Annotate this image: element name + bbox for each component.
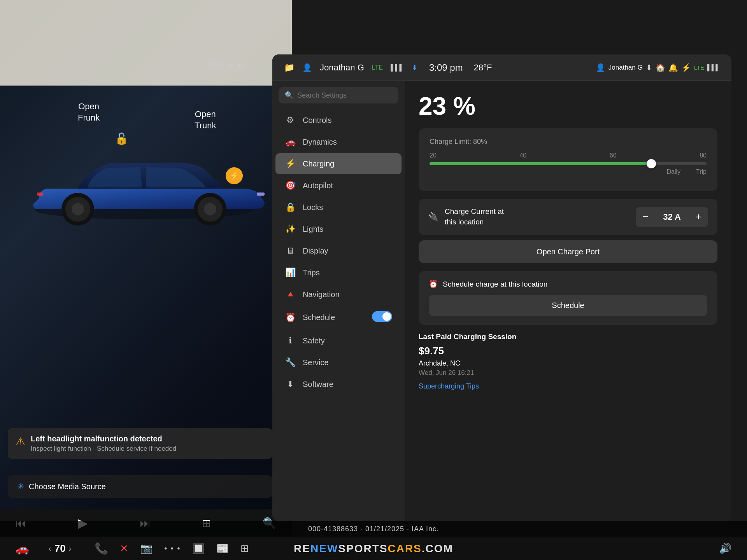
phone-status-bar: 23 % ✳ ▮ [206,60,241,70]
search-input[interactable] [297,91,392,100]
charge-limit-label: Charge Limit: 80% [430,138,707,146]
sidebar-label-schedule: Schedule [303,313,335,322]
safety-icon: ℹ [285,336,296,346]
charge-stepper[interactable]: − 32 A + [636,207,708,227]
battery-percent-display: 23 % [419,92,717,121]
last-paid-location: Archdale, NC [419,359,717,368]
sidebar: 🔍 ⚙ Controls 🚗 Dynamics ⚡ Charging 🎯 Aut… [272,81,405,521]
svg-point-6 [204,203,216,215]
sidebar-item-trips[interactable]: 📊 Trips [275,262,402,283]
phone-bluetooth: ✳ [227,60,234,70]
taskbar-dots[interactable]: • • • [164,544,181,553]
last-paid-section: Last Paid Charging Session $9.75 Archdal… [419,332,717,390]
sidebar-item-schedule[interactable]: ⏰ Schedule [275,306,402,329]
open-charge-port-button[interactable]: Open Charge Port [419,240,717,263]
bottom-info-text: 000-41388633 - 01/21/2025 - IAA Inc. [308,525,439,533]
taskbar-grid-icon[interactable]: ⊞ [240,542,249,555]
charge-current-row: 🔌 Charge Current at this location − 32 A… [419,199,717,235]
sidebar-label-navigation: Navigation [303,290,340,299]
sidebar-item-autopilot[interactable]: 🎯 Autopilot [275,175,402,196]
taskbar-volume-icon[interactable]: 🔊 [719,542,731,555]
sidebar-label-service: Service [303,358,329,367]
taskbar-apps-icon[interactable]: 🔲 [192,542,205,555]
tesla-screen: 📁 👤 Jonathan G LTE ▌▌▌ ⬇ 3:09 pm 28°F 👤 … [272,54,731,521]
trip-label: Trip [696,168,707,175]
software-icon: ⬇ [285,379,296,389]
search-icon: 🔍 [285,91,293,100]
dynamics-icon: 🚗 [285,137,296,147]
taskbar-car-icon[interactable]: 🚗 [16,542,29,555]
media-source-text: Choose Media Source [29,482,106,491]
sidebar-label-charging: Charging [303,159,334,168]
top-username: Jonathan G [608,64,643,72]
search-bar[interactable]: 🔍 [279,87,398,103]
sidebar-item-controls[interactable]: ⚙ Controls [275,110,402,131]
watermark-container: RENEWSPORTSCARS.COM [0,542,747,555]
top-icons-row: 👤 Jonathan G ⬇ 🏠 🔔 ⚡ LTE ▌▌▌ [596,63,720,72]
sidebar-label-locks: Locks [303,203,323,212]
user-status-icon: 👤 [302,63,312,72]
schedule-icon: ⏰ [285,313,296,323]
slider-mark-80: 80 [700,152,707,159]
schedule-toggle[interactable] [372,311,392,324]
open-trunk-label[interactable]: Open Trunk [195,109,216,131]
status-bar: 📁 👤 Jonathan G LTE ▌▌▌ ⬇ 3:09 pm 28°F 👤 … [272,54,731,81]
open-frunk-label[interactable]: Open Frunk [78,101,100,123]
taskbar-x-icon[interactable]: ✕ [120,542,128,555]
media-source-bar[interactable]: ✳ Choose Media Source [8,475,272,498]
stepper-plus-button[interactable]: + [689,207,708,227]
paper-area [0,0,292,86]
sidebar-item-software[interactable]: ⬇ Software [275,374,402,395]
sidebar-item-display[interactable]: 🖥 Display [275,240,402,261]
taskbar-phone-icon[interactable]: 📞 [95,542,108,555]
charge-slider-container[interactable]: 20 40 60 80 Daily Trip [430,152,707,175]
schedule-button[interactable]: Schedule [429,295,707,316]
sidebar-label-dynamics: Dynamics [303,138,337,147]
supercharging-tips-link[interactable]: Supercharging Tips [419,382,479,390]
lock-icon: 🔓 [115,132,128,145]
phone-battery-icon: ▮ [237,60,241,70]
slider-thumb[interactable] [647,159,656,168]
sidebar-label-trips: Trips [303,268,320,277]
schedule-charge-title: ⏰ Schedule charge at this location [429,280,707,289]
top-bluetooth-icon: ⚡ [681,63,691,72]
download-icon: ⬇ [412,63,417,72]
charging-panel: 23 % Charge Limit: 80% 20 40 60 80 [405,81,731,521]
sidebar-item-locks[interactable]: 🔒 Locks [275,197,402,218]
chevron-left-icon[interactable]: ‹ [49,544,51,553]
chevron-right-icon[interactable]: › [69,544,72,553]
locks-icon: 🔒 [285,202,296,212]
main-content: 🔍 ⚙ Controls 🚗 Dynamics ⚡ Charging 🎯 Aut… [272,81,731,521]
slider-mark-20: 20 [430,152,437,159]
warning-banner: ⚠ Left headlight malfunction detected In… [8,428,272,459]
slider-track[interactable] [430,162,707,165]
trips-icon: 📊 [285,268,296,278]
sidebar-item-navigation[interactable]: 🔺 Navigation [275,284,402,305]
bluetooth-icon: ✳ [17,481,24,492]
top-download-icon: ⬇ [646,63,652,72]
daily-label: Daily [666,168,680,175]
last-paid-title: Last Paid Charging Session [419,332,717,341]
sidebar-item-charging[interactable]: ⚡ Charging [275,153,402,174]
sidebar-item-service[interactable]: 🔧 Service [275,352,402,373]
bottom-info-bar: 000-41388633 - 01/21/2025 - IAA Inc. [0,521,747,537]
last-paid-amount: $9.75 [419,345,717,357]
sidebar-item-safety[interactable]: ℹ Safety [275,330,402,351]
top-bell-icon: 🔔 [668,63,678,72]
sidebar-item-lights[interactable]: ✨ Lights [275,219,402,240]
top-lte-icon: LTE [694,64,704,71]
taskbar: 🚗 ‹ 70 › 📞 ✕ 📷 • • • 🔲 📰 ⊞ RENEWSPORTSCA… [0,537,747,560]
svg-rect-7 [257,192,265,196]
stepper-minus-button[interactable]: − [636,207,655,227]
taskbar-news-icon[interactable]: 📰 [216,542,229,555]
charge-current-label: Charge Current at this location [445,206,630,227]
lights-icon: ✨ [285,224,296,234]
warning-subtitle: Inspect light function - Schedule servic… [31,445,176,453]
sidebar-item-dynamics[interactable]: 🚗 Dynamics [275,131,402,152]
display-icon: 🖥 [285,246,296,256]
car-background: Open Frunk Open Trunk 🔓 ⚡ ⚠ Left headlig… [0,0,292,560]
charge-limit-section: Charge Limit: 80% 20 40 60 80 Daily Tr [419,128,717,191]
taskbar-camera-icon[interactable]: 📷 [140,542,153,555]
watermark-text: RENEWSPORTSCARS.COM [294,542,453,555]
last-paid-date: Wed, Jun 26 16:21 [419,369,717,377]
